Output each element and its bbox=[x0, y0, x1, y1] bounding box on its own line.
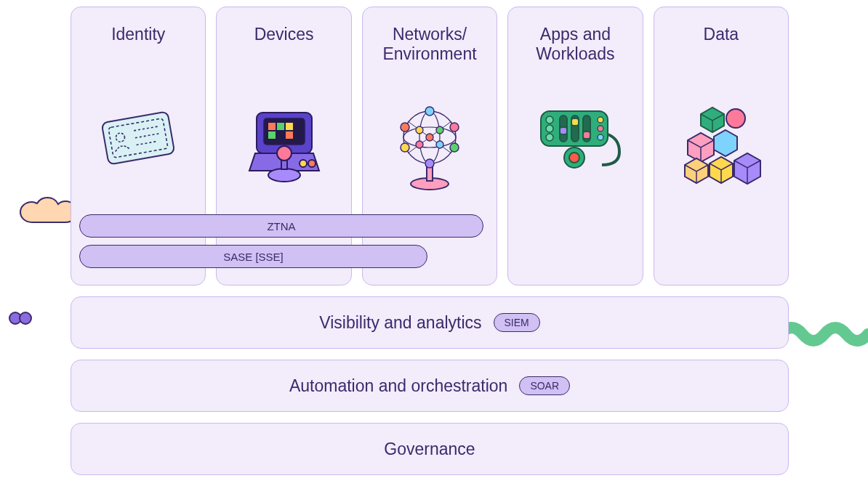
svg-point-39 bbox=[546, 116, 553, 124]
svg-point-41 bbox=[546, 134, 553, 141]
svg-point-40 bbox=[546, 125, 553, 132]
svg-rect-43 bbox=[560, 127, 567, 134]
pillar-title: Identity bbox=[71, 7, 205, 68]
pillars-row: Identity Devices bbox=[71, 7, 789, 286]
svg-point-52 bbox=[569, 153, 579, 163]
row-governance: Governance bbox=[71, 423, 789, 475]
svg-point-28 bbox=[450, 123, 459, 131]
svg-point-29 bbox=[450, 143, 459, 152]
row-label: Automation and orchestration bbox=[289, 376, 507, 396]
pillar-title: Data bbox=[654, 7, 788, 68]
pillar-title: Devices bbox=[217, 7, 350, 68]
svg-point-49 bbox=[598, 126, 603, 131]
svg-point-53 bbox=[726, 109, 745, 128]
svg-point-27 bbox=[425, 107, 434, 116]
pillar-data: Data bbox=[654, 7, 789, 286]
arcade-icon bbox=[241, 105, 328, 188]
svg-point-19 bbox=[308, 160, 316, 167]
sase-bar: SASE [SSE] bbox=[79, 245, 426, 268]
pillar-identity: Identity bbox=[71, 7, 206, 286]
row-label: Governance bbox=[384, 440, 475, 459]
svg-point-17 bbox=[277, 146, 292, 161]
pillar-devices: Devices bbox=[216, 7, 351, 286]
svg-point-32 bbox=[401, 123, 409, 131]
ztna-label: ZTNA bbox=[267, 220, 295, 232]
svg-point-36 bbox=[436, 141, 443, 148]
diagram-stage: Identity Devices bbox=[71, 7, 789, 486]
svg-rect-11 bbox=[277, 123, 284, 130]
svg-point-31 bbox=[401, 143, 409, 152]
svg-point-18 bbox=[300, 160, 307, 167]
soar-badge: SOAR bbox=[519, 376, 570, 395]
svg-rect-14 bbox=[286, 131, 293, 139]
svg-rect-10 bbox=[268, 123, 276, 130]
network-globe-icon bbox=[386, 105, 473, 195]
svg-point-50 bbox=[598, 134, 603, 140]
svg-rect-12 bbox=[286, 123, 293, 130]
svg-point-48 bbox=[598, 117, 603, 123]
blocks-icon bbox=[678, 105, 765, 188]
foundation-rows: Visibility and analytics SIEM Automation… bbox=[71, 296, 789, 475]
purple-blob-icon bbox=[8, 311, 33, 328]
svg-point-34 bbox=[436, 126, 443, 134]
svg-rect-13 bbox=[268, 131, 276, 139]
row-visibility: Visibility and analytics SIEM bbox=[71, 296, 789, 349]
id-card-icon bbox=[95, 105, 182, 174]
row-automation: Automation and orchestration SOAR bbox=[71, 360, 789, 412]
ztna-bar: ZTNA bbox=[79, 214, 483, 238]
svg-rect-45 bbox=[571, 118, 579, 126]
svg-point-37 bbox=[426, 134, 433, 141]
green-wave-icon bbox=[781, 321, 868, 350]
svg-point-30 bbox=[425, 159, 434, 168]
controller-icon bbox=[528, 105, 622, 181]
svg-rect-2 bbox=[102, 111, 175, 164]
svg-point-1 bbox=[20, 312, 31, 324]
svg-point-35 bbox=[416, 141, 423, 148]
svg-rect-47 bbox=[583, 131, 590, 139]
sase-label: SASE [SSE] bbox=[223, 251, 284, 263]
svg-marker-54 bbox=[714, 130, 737, 156]
svg-point-15 bbox=[268, 169, 300, 182]
pillar-title: Networks/ Environment bbox=[363, 7, 497, 68]
svg-point-33 bbox=[416, 126, 423, 134]
pillar-title: Apps and Workloads bbox=[508, 7, 642, 68]
pillar-apps: Apps and Workloads bbox=[507, 7, 643, 286]
siem-badge: SIEM bbox=[494, 313, 540, 332]
row-label: Visibility and analytics bbox=[319, 313, 481, 333]
pillar-networks: Networks/ Environment bbox=[362, 7, 497, 286]
